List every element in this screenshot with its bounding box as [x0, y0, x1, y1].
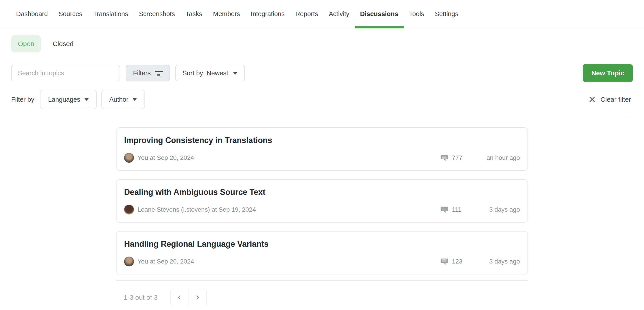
nav-item-tools[interactable]: Tools	[404, 0, 430, 28]
next-page-button[interactable]	[188, 289, 206, 306]
filter-lines-icon	[155, 71, 163, 75]
nav-item-discussions[interactable]: Discussions	[355, 0, 404, 28]
avatar	[124, 257, 134, 267]
tab-open[interactable]: Open	[11, 35, 41, 52]
x-icon	[589, 96, 596, 103]
topic-list: Improving Consistency in Translations Yo…	[116, 127, 528, 306]
filters-button[interactable]: Filters	[126, 65, 170, 81]
last-activity-time: an hour ago	[466, 154, 520, 161]
comment-count: 777	[440, 153, 466, 162]
nav-item-integrations[interactable]: Integrations	[245, 0, 290, 28]
last-activity-time: 3 days ago	[466, 258, 520, 265]
topic-author-line: You at Sep 20, 2024	[138, 258, 440, 265]
nav-item-settings[interactable]: Settings	[430, 0, 464, 28]
comment-count-value: 111	[452, 206, 462, 213]
divider	[116, 280, 528, 281]
nav-item-sources[interactable]: Sources	[53, 0, 88, 28]
author-dropdown-label: Author	[109, 96, 128, 103]
divider	[11, 117, 633, 117]
top-navigation: Dashboard Sources Translations Screensho…	[0, 0, 644, 28]
comment-count: 123	[440, 257, 466, 266]
last-activity-time: 3 days ago	[466, 206, 520, 213]
languages-dropdown-label: Languages	[48, 96, 80, 103]
nav-item-tasks[interactable]: Tasks	[180, 0, 208, 28]
comment-count-value: 123	[452, 258, 462, 265]
topic-card[interactable]: Improving Consistency in Translations Yo…	[116, 127, 528, 171]
caret-down-icon	[132, 98, 137, 101]
pagination-summary: 1-3 out of 3	[124, 294, 158, 301]
pagination: 1-3 out of 3	[116, 289, 528, 306]
nav-item-dashboard[interactable]: Dashboard	[11, 0, 53, 28]
topic-title[interactable]: Improving Consistency in Translations	[124, 135, 520, 145]
search-input[interactable]	[11, 65, 120, 81]
topic-meta: You at Sep 20, 2024 123 3 days ago	[124, 257, 520, 267]
author-dropdown[interactable]: Author	[101, 90, 145, 109]
topic-meta: Leane Stevens (l.stevens) at Sep 19, 202…	[124, 205, 520, 215]
topic-card[interactable]: Dealing with Ambiguous Source Text Leane…	[116, 179, 528, 223]
avatar	[124, 153, 134, 163]
comment-bubble-icon	[440, 257, 448, 266]
sort-button[interactable]: Sort by: Newest	[175, 65, 245, 81]
topic-author-line: You at Sep 20, 2024	[138, 154, 440, 161]
previous-page-button[interactable]	[170, 289, 188, 306]
avatar	[124, 205, 134, 215]
toolbar: Filters Sort by: Newest New Topic	[11, 64, 633, 82]
topic-title[interactable]: Handling Regional Language Variants	[124, 239, 520, 249]
nav-item-activity[interactable]: Activity	[323, 0, 355, 28]
filter-by-label: Filter by	[11, 96, 34, 103]
clear-filter-button[interactable]: Clear filter	[589, 96, 631, 103]
clear-filter-label: Clear filter	[600, 96, 631, 103]
languages-dropdown[interactable]: Languages	[40, 90, 97, 109]
topic-author-line: Leane Stevens (l.stevens) at Sep 19, 202…	[138, 206, 440, 213]
nav-item-translations[interactable]: Translations	[88, 0, 134, 28]
new-topic-button[interactable]: New Topic	[583, 64, 633, 82]
status-tabs: Open Closed	[11, 35, 633, 52]
caret-down-icon	[233, 72, 238, 75]
topic-title[interactable]: Dealing with Ambiguous Source Text	[124, 187, 520, 197]
nav-item-members[interactable]: Members	[208, 0, 246, 28]
filter-bar: Filter by Languages Author Clear filter	[11, 90, 631, 109]
filters-button-label: Filters	[133, 69, 151, 77]
comment-count: 111	[440, 205, 466, 214]
caret-down-icon	[84, 98, 89, 101]
nav-item-screenshots[interactable]: Screenshots	[134, 0, 180, 28]
comment-count-value: 777	[452, 154, 462, 161]
topic-card[interactable]: Handling Regional Language Variants You …	[116, 231, 528, 275]
chevron-left-icon	[177, 295, 182, 300]
nav-item-reports[interactable]: Reports	[290, 0, 324, 28]
tab-closed[interactable]: Closed	[46, 35, 80, 52]
comment-bubble-icon	[440, 205, 448, 214]
topic-meta: You at Sep 20, 2024 777 an hour ago	[124, 153, 520, 163]
pager	[170, 289, 207, 306]
chevron-right-icon	[195, 295, 200, 300]
comment-bubble-icon	[440, 153, 448, 162]
sort-button-label: Sort by: Newest	[182, 69, 228, 77]
